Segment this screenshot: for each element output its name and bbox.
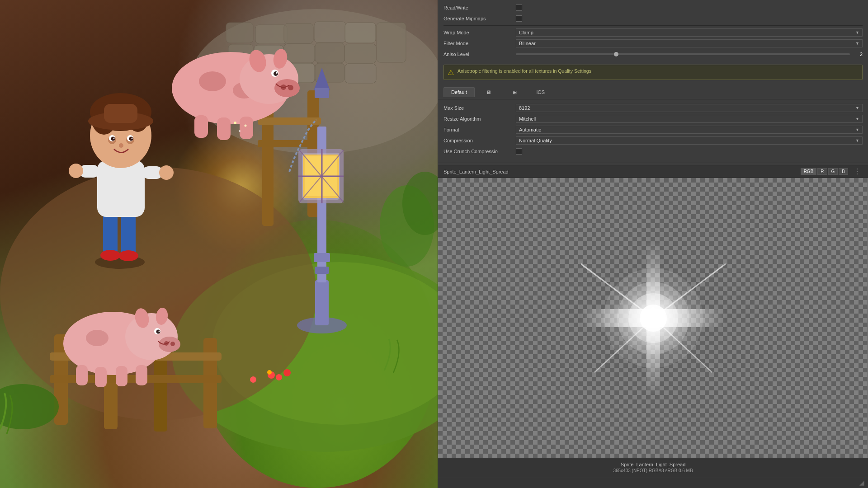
compression-arrow: ▼ [855,138,859,143]
aniso-level-row: Aniso Level 2 [443,49,863,59]
generate-mipmaps-value [516,15,863,22]
filter-mode-arrow: ▼ [855,41,859,46]
svg-rect-97 [95,367,107,387]
svg-point-103 [283,369,291,376]
game-viewport [0,0,438,488]
texture-info-name: Sprite_Lantern_Light_Spread [442,462,864,467]
svg-rect-31 [315,280,329,325]
format-label: Format [443,127,516,132]
aniso-slider-track[interactable] [516,53,850,55]
filter-mode-dropdown[interactable]: Bilinear ▼ [516,39,863,47]
svg-point-90 [170,342,175,346]
svg-rect-75 [104,104,137,123]
max-size-text: 8192 [519,105,530,111]
channel-g-btn[interactable]: G [828,168,838,175]
max-size-dropdown[interactable]: 8192 ▼ [516,104,863,112]
crunch-label: Use Crunch Compressio [443,149,516,154]
svg-point-83 [132,138,133,139]
tab-grid[interactable]: ⊞ [503,85,527,99]
svg-rect-98 [116,366,127,386]
svg-rect-7 [284,44,315,63]
wrap-mode-dropdown[interactable]: Clamp ▼ [516,28,863,37]
generate-mipmaps-checkbox[interactable] [516,15,522,22]
filter-mode-row: Filter Mode Bilinear ▼ [443,38,863,48]
resize-algorithm-dropdown[interactable]: Mitchell ▼ [516,115,863,123]
filter-mode-text: Bilinear [519,41,536,46]
svg-point-54 [276,72,278,74]
compression-row: Compression Normal Quality ▼ [443,136,863,145]
tab-default-label: Default [451,89,467,95]
svg-point-119 [604,268,703,368]
grid-icon: ⊞ [510,88,519,97]
resize-algorithm-value: Mitchell ▼ [516,115,863,123]
texture-info-details: 365x403 (NPOT) RGBA8 sRGB 0.6 MB [442,468,864,473]
svg-point-84 [119,143,123,148]
warning-icon: ⚠ [448,68,454,77]
aniso-level-label: Aniso Level [443,52,516,57]
generate-mipmaps-label: Generate Mipmaps [443,16,516,21]
svg-rect-65 [97,160,145,217]
wrap-mode-label: Wrap Mode [443,30,516,35]
format-dropdown[interactable]: Automatic ▼ [516,126,863,134]
compression-value: Normal Quality ▼ [516,136,863,145]
channel-buttons: RGB R G B [801,168,848,175]
wrap-mode-arrow: ▼ [855,30,859,35]
tab-ios[interactable]: iOS [529,87,552,97]
texture-info-footer: Sprite_Lantern_Light_Spread 365x403 (NPO… [438,458,868,477]
channel-b-btn[interactable]: B [839,168,848,175]
resize-algorithm-arrow: ▼ [855,117,859,121]
svg-point-106 [245,125,247,127]
platform-tabs: Default 🖥 ⊞ iOS [438,83,868,99]
format-text: Automatic [519,127,541,132]
svg-point-87 [125,313,178,360]
svg-rect-16 [377,23,406,62]
filter-mode-value: Bilinear ▼ [516,39,863,47]
svg-rect-61 [103,212,118,255]
tab-default[interactable]: Default [443,87,475,97]
tab-monitor[interactable]: 🖥 [476,85,501,99]
svg-point-63 [100,250,120,261]
svg-rect-2 [255,25,287,44]
svg-rect-59 [240,117,253,139]
svg-point-104 [250,376,256,383]
compression-dropdown[interactable]: Normal Quality ▼ [516,136,863,145]
texture-preview-header: Sprite_Lantern_Light_Spread RGB R G B ⋮ [438,165,868,178]
channel-rgb-btn[interactable]: RGB [801,168,817,175]
max-size-label: Max Size [443,105,516,111]
unity-corner-icon: ◢ [859,479,864,486]
max-size-row: Max Size 8192 ▼ [443,103,863,113]
tab-ios-label: iOS [537,89,545,95]
svg-rect-28 [258,117,321,125]
svg-point-86 [86,330,108,346]
crunch-value [516,148,863,155]
svg-point-80 [113,138,115,139]
svg-rect-36 [315,88,329,98]
more-options-btn[interactable]: ⋮ [852,167,863,176]
read-write-checkbox[interactable] [516,5,522,11]
format-row: Format Automatic ▼ [443,125,863,135]
svg-rect-1 [226,23,253,43]
svg-point-101 [267,370,272,375]
monitor-icon: 🖥 [484,88,493,97]
aniso-slider-thumb[interactable] [614,52,618,56]
format-value: Automatic ▼ [516,126,863,134]
resize-algorithm-text: Mitchell [519,116,536,122]
aniso-warning-box: ⚠ Anisotropic filtering is enabled for a… [443,65,863,80]
max-size-arrow: ▼ [855,106,859,110]
svg-point-107 [239,130,241,132]
compression-label: Compression [443,138,516,143]
generate-mipmaps-row: Generate Mipmaps [443,14,863,23]
svg-point-92 [156,330,160,334]
channel-r-btn[interactable]: R [817,168,827,175]
light-spread-visualization [581,241,726,395]
svg-point-102 [276,374,282,380]
svg-point-46 [199,71,226,91]
svg-point-105 [234,122,236,124]
filter-mode-label: Filter Mode [443,41,516,46]
svg-point-49 [274,79,300,97]
svg-rect-10 [344,44,376,63]
crunch-checkbox[interactable] [516,148,522,155]
read-write-label: Read/Write [443,5,516,10]
read-write-value [516,5,863,11]
svg-point-69 [159,165,174,180]
